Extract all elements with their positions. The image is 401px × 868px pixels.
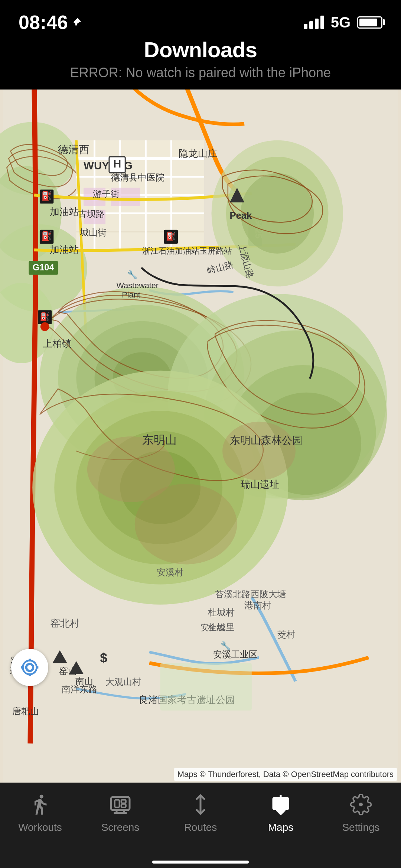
svg-text:安全线: 安全线 bbox=[200, 623, 225, 632]
svg-text:🔧: 🔧 bbox=[221, 641, 231, 651]
svg-text:浙江石油加油站玉屏路站: 浙江石油加油站玉屏路站 bbox=[142, 246, 232, 256]
svg-text:德清西: 德清西 bbox=[58, 144, 89, 155]
svg-text:安溪工业区: 安溪工业区 bbox=[213, 650, 258, 659]
svg-rect-101 bbox=[111, 797, 130, 810]
svg-text:加油站: 加油站 bbox=[50, 244, 79, 255]
tab-screens[interactable]: Screens bbox=[80, 791, 160, 833]
map-attribution: Maps © Thunderforest, Data © OpenStreetM… bbox=[174, 768, 397, 781]
svg-text:⛽: ⛽ bbox=[166, 231, 176, 241]
location-button[interactable] bbox=[11, 649, 48, 686]
svg-rect-94 bbox=[160, 663, 252, 711]
error-message: ERROR: No watch is paired with the iPhon… bbox=[15, 65, 386, 81]
svg-text:杜城村: 杜城村 bbox=[208, 608, 235, 617]
map-svg: G104 G625 bbox=[0, 85, 401, 783]
tab-workouts[interactable]: Workouts bbox=[0, 791, 80, 833]
tab-bar: Workouts Screens Routes bbox=[0, 783, 401, 868]
svg-text:城山街: 城山街 bbox=[79, 228, 107, 237]
tab-screens-label: Screens bbox=[101, 822, 140, 833]
svg-text:窑北村: 窑北村 bbox=[50, 618, 79, 628]
settings-icon bbox=[350, 793, 372, 816]
status-right: 5G bbox=[304, 14, 382, 31]
svg-point-40 bbox=[222, 422, 296, 480]
map-container[interactable]: G104 G625 bbox=[0, 85, 401, 783]
maps-icon bbox=[270, 793, 292, 816]
svg-rect-103 bbox=[121, 800, 126, 803]
tab-maps[interactable]: Maps bbox=[241, 791, 321, 833]
tab-settings[interactable]: Settings bbox=[321, 791, 401, 833]
svg-text:H: H bbox=[113, 157, 121, 170]
svg-text:Wastewater: Wastewater bbox=[117, 281, 159, 290]
svg-rect-104 bbox=[121, 804, 126, 807]
svg-text:南洋东路: 南洋东路 bbox=[62, 685, 97, 694]
network-label: 5G bbox=[331, 14, 351, 31]
svg-text:安溪村: 安溪村 bbox=[157, 568, 183, 577]
tab-routes-label: Routes bbox=[184, 822, 217, 833]
tab-routes[interactable]: Routes bbox=[160, 791, 241, 833]
svg-text:🔧: 🔧 bbox=[127, 270, 138, 280]
battery-icon bbox=[357, 16, 382, 29]
svg-rect-108 bbox=[273, 798, 288, 809]
svg-point-96 bbox=[23, 660, 36, 674]
svg-text:港南村: 港南村 bbox=[244, 601, 271, 610]
svg-text:大观山村: 大观山村 bbox=[105, 677, 141, 687]
home-indicator bbox=[152, 861, 249, 864]
screens-icon bbox=[109, 793, 131, 816]
svg-text:苔溪北路西陂大塘: 苔溪北路西陂大塘 bbox=[215, 589, 286, 599]
routes-icon bbox=[189, 793, 212, 816]
svg-text:茭村: 茭村 bbox=[277, 630, 295, 639]
svg-point-69 bbox=[40, 322, 49, 331]
svg-text:东明山森林公园: 东明山森林公园 bbox=[230, 435, 303, 446]
svg-text:瑞山遗址: 瑞山遗址 bbox=[241, 479, 279, 490]
svg-text:G104: G104 bbox=[33, 263, 54, 272]
svg-text:上柏镇: 上柏镇 bbox=[43, 338, 72, 349]
svg-text:古坝路: 古坝路 bbox=[78, 209, 105, 219]
svg-text:加油站: 加油站 bbox=[50, 207, 79, 217]
signal-bars-icon bbox=[304, 16, 324, 29]
page-title: Downloads bbox=[15, 37, 386, 62]
crosshair-icon bbox=[19, 657, 40, 678]
svg-text:⛽: ⛽ bbox=[41, 191, 52, 201]
svg-text:东明山: 东明山 bbox=[142, 433, 177, 446]
svg-text:⛽: ⛽ bbox=[40, 312, 50, 322]
svg-text:隐龙山庄: 隐龙山庄 bbox=[179, 148, 217, 159]
svg-point-95 bbox=[26, 664, 33, 671]
svg-rect-102 bbox=[115, 800, 120, 807]
svg-text:Peak: Peak bbox=[229, 210, 252, 221]
svg-text:唐耙山: 唐耙山 bbox=[12, 706, 39, 716]
svg-text:$: $ bbox=[100, 650, 107, 665]
tab-workouts-label: Workouts bbox=[18, 822, 62, 833]
tab-maps-label: Maps bbox=[268, 822, 293, 833]
tab-settings-label: Settings bbox=[342, 822, 379, 833]
svg-text:⛽: ⛽ bbox=[41, 231, 52, 241]
svg-text:游子街: 游子街 bbox=[93, 189, 120, 199]
svg-text:德清县中医院: 德清县中医院 bbox=[111, 173, 164, 182]
svg-point-41 bbox=[135, 484, 237, 565]
location-arrow-icon bbox=[72, 17, 83, 27]
workouts-icon bbox=[29, 793, 51, 816]
svg-text:Plant: Plant bbox=[122, 290, 140, 299]
header: Downloads ERROR: No watch is paired with… bbox=[0, 30, 401, 90]
